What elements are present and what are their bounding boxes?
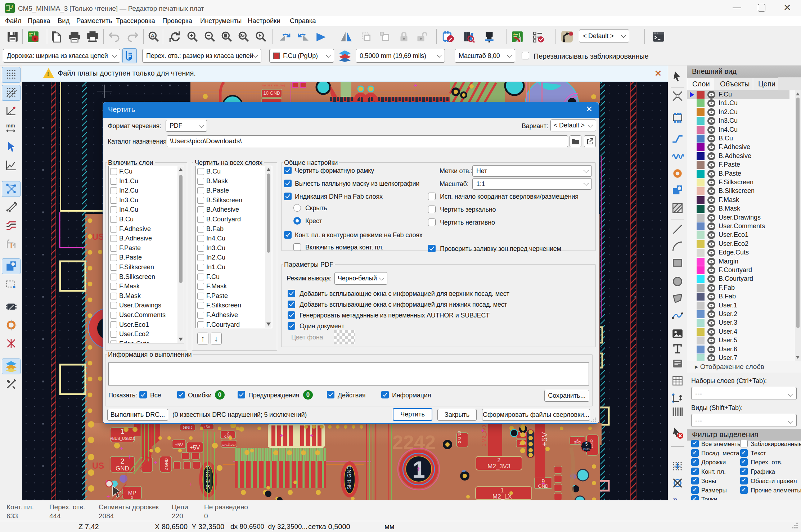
svg-text:2: 2 bbox=[120, 457, 124, 465]
svg-text:+5V: +5V bbox=[204, 425, 210, 429]
svg-text:2: 2 bbox=[498, 457, 501, 463]
svg-text:+: + bbox=[154, 459, 158, 466]
svg-text:5: 5 bbox=[585, 442, 588, 447]
svg-text:+: + bbox=[107, 493, 110, 500]
svg-text:+: + bbox=[104, 478, 108, 486]
svg-text:10 GND: 10 GND bbox=[264, 90, 280, 96]
svg-text:+5V: +5V bbox=[540, 432, 549, 446]
svg-text:US: US bbox=[92, 461, 104, 470]
svg-text:GND: GND bbox=[574, 441, 581, 444]
svg-text:+: + bbox=[417, 465, 421, 473]
svg-text:HDMI +5V: HDMI +5V bbox=[222, 444, 236, 447]
svg-text:SH1 GND: SH1 GND bbox=[346, 465, 352, 490]
svg-text:+: + bbox=[120, 445, 124, 452]
svg-text:M2_3V3: M2_3V3 bbox=[487, 463, 510, 470]
svg-text:+: + bbox=[143, 497, 147, 500]
svg-text:VBUS_USB2.0: VBUS_USB2.0 bbox=[110, 436, 135, 441]
svg-text:+5V: +5V bbox=[175, 442, 183, 447]
svg-text:GND: GND bbox=[116, 465, 129, 472]
svg-text:Net-[J1-8_YELLOW]: Net-[J1-8_YELLOW] bbox=[262, 84, 285, 87]
svg-text:+: + bbox=[189, 481, 192, 487]
svg-text:+: + bbox=[280, 432, 284, 439]
svg-text:x: x bbox=[131, 495, 134, 500]
svg-text:+: + bbox=[310, 432, 314, 439]
svg-text:GND: GND bbox=[183, 425, 193, 430]
svg-text:+5V: +5V bbox=[190, 445, 200, 451]
svg-text:1: 1 bbox=[501, 487, 504, 493]
svg-text:2242: 2242 bbox=[392, 431, 436, 453]
svg-text:2 GND: 2 GND bbox=[164, 458, 168, 470]
svg-text:+: + bbox=[481, 428, 484, 434]
svg-text:+: + bbox=[128, 454, 132, 461]
svg-text:GND: GND bbox=[583, 447, 590, 451]
svg-text:M2_LX: M2_LX bbox=[492, 493, 512, 500]
svg-text:2 GND: 2 GND bbox=[457, 431, 462, 443]
svg-text:A: A bbox=[151, 33, 154, 39]
svg-text:+: + bbox=[414, 82, 418, 89]
svg-text:mm: mm bbox=[6, 123, 15, 129]
svg-text:+: + bbox=[541, 480, 545, 487]
